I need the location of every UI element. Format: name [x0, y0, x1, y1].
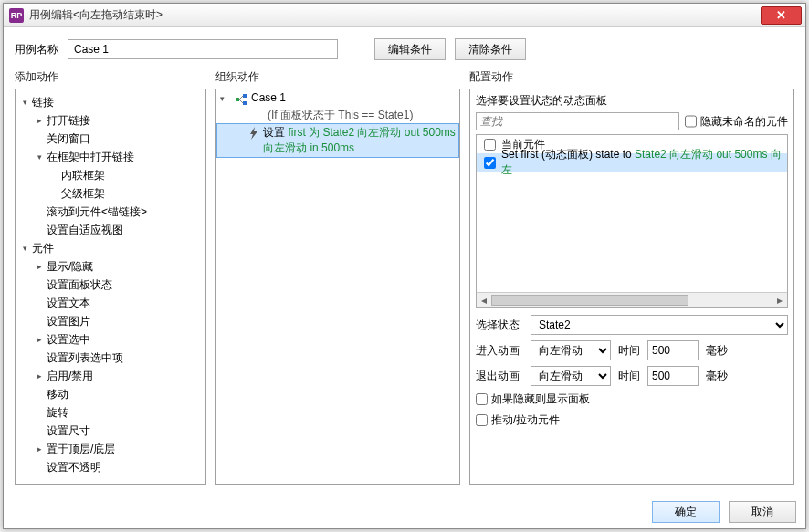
action-tree-item[interactable]: 设置图片: [16, 312, 205, 330]
clear-condition-button[interactable]: 清除条件: [455, 38, 526, 60]
tree-item-label: 打开链接: [47, 113, 90, 129]
action-tree-item[interactable]: 设置列表选中项: [16, 349, 205, 367]
hide-unnamed-checkbox-input[interactable]: [685, 112, 697, 130]
enter-time-label: 时间: [618, 343, 640, 359]
horizontal-scrollbar[interactable]: ◂ ▸: [477, 292, 787, 307]
scroll-thumb[interactable]: [491, 295, 688, 306]
tree-arrow-icon[interactable]: ▸: [34, 116, 45, 125]
tree-item-label: 启用/禁用: [47, 369, 93, 384]
action-tree-item[interactable]: 设置文本: [16, 294, 205, 312]
list-item[interactable]: Set first (动态面板) state to State2 向左滑动 ou…: [477, 153, 787, 172]
tree-item-label: 设置尺寸: [47, 423, 90, 439]
tree-item-label: 设置自适应视图: [47, 223, 123, 238]
action-tree-item[interactable]: 旋转: [16, 403, 205, 422]
panel-list[interactable]: 当前元件 Set first (动态面板) state to State2 向左…: [476, 134, 788, 308]
tree-arrow-icon[interactable]: ▸: [34, 335, 45, 344]
svg-rect-1: [243, 94, 247, 98]
scroll-left-icon[interactable]: ◂: [477, 294, 491, 307]
action-tree-panel[interactable]: ▾链接▸打开链接关闭窗口▾在框架中打开链接内联框架父级框架滚动到元件<锚链接>设…: [15, 89, 206, 485]
enter-time-input[interactable]: [647, 340, 699, 360]
tree-item-label: 内联框架: [61, 168, 105, 183]
case-name-row: 用例名称 编辑条件 清除条件: [15, 38, 794, 60]
action-tree-item[interactable]: ▸启用/禁用: [16, 367, 205, 385]
tree-item-label: 在框架中打开链接: [47, 150, 134, 165]
search-input[interactable]: [476, 112, 679, 130]
tree-arrow-icon[interactable]: ▾: [19, 244, 30, 253]
action-tree-item[interactable]: 内联框架: [16, 166, 205, 184]
action-tree-item[interactable]: 滚动到元件<锚链接>: [16, 203, 205, 221]
show-if-hidden-input[interactable]: [476, 393, 488, 405]
scroll-right-icon[interactable]: ▸: [772, 294, 787, 307]
action-tree-item[interactable]: ▾链接: [16, 93, 205, 111]
enter-unit-label: 毫秒: [706, 343, 728, 359]
action-tree-item[interactable]: 设置面板状态: [16, 276, 205, 294]
show-if-hidden-label: 如果隐藏则显示面板: [491, 391, 590, 407]
svg-line-3: [239, 96, 243, 99]
configure-subheader: 选择要设置状态的动态面板: [476, 93, 788, 109]
tree-arrow-icon[interactable]: ▸: [34, 262, 45, 271]
cancel-button[interactable]: 取消: [729, 501, 796, 523]
tree-item-label: 设置面板状态: [47, 277, 112, 293]
tree-arrow-icon[interactable]: ▸: [34, 444, 45, 454]
case-name-input[interactable]: [68, 39, 338, 59]
action-tree-item[interactable]: 父级框架: [16, 184, 205, 203]
show-if-hidden-checkbox[interactable]: 如果隐藏则显示面板: [476, 391, 788, 407]
svg-rect-0: [236, 98, 239, 101]
add-action-header: 添加动作: [15, 69, 206, 85]
action-tree-item[interactable]: 移动: [16, 385, 205, 403]
select-state-label: 选择状态: [476, 318, 523, 333]
tree-arrow-icon[interactable]: ▸: [34, 371, 45, 381]
action-node-label: 设置 first 为 State2 向左滑动 out 500ms 向左滑动 in…: [263, 125, 457, 156]
action-tree-item[interactable]: ▾元件: [16, 239, 205, 257]
organize-header: 组织动作: [215, 69, 460, 85]
configure-header: 配置动作: [469, 69, 794, 85]
tree-item-label: 设置列表选中项: [47, 350, 123, 366]
tree-item-label: 链接: [32, 95, 54, 110]
lightning-icon: [248, 127, 259, 142]
tree-arrow-icon[interactable]: ▾: [19, 98, 30, 107]
tree-item-label: 设置图片: [47, 314, 90, 329]
action-tree-item[interactable]: ▸设置选中: [16, 330, 205, 349]
action-node[interactable]: 设置 first 为 State2 向左滑动 out 500ms 向左滑动 in…: [216, 123, 459, 158]
action-tree-item[interactable]: ▸置于顶层/底层: [16, 440, 205, 458]
tree-item-label: 元件: [32, 241, 54, 256]
exit-unit-label: 毫秒: [706, 369, 728, 384]
window-title: 用例编辑<向左拖动结束时>: [29, 7, 163, 23]
hide-unnamed-checkbox[interactable]: 隐藏未命名的元件: [685, 112, 788, 130]
list-item-checkbox[interactable]: [484, 157, 496, 169]
svg-line-4: [239, 99, 243, 103]
exit-anim-dropdown[interactable]: 向左滑动: [531, 366, 611, 386]
action-tree-item[interactable]: ▸显示/隐藏: [16, 257, 205, 276]
edit-condition-button[interactable]: 编辑条件: [374, 38, 446, 60]
tree-item-label: 设置选中: [47, 332, 90, 348]
list-item-checkbox[interactable]: [484, 139, 496, 151]
case-node-label[interactable]: Case 1: [251, 91, 286, 104]
configure-panel: 选择要设置状态的动态面板 隐藏未命名的元件 当前元件: [469, 89, 794, 485]
select-state-dropdown[interactable]: State2: [531, 315, 788, 335]
push-pull-checkbox[interactable]: 推动/拉动元件: [476, 412, 788, 428]
title-bar: RP 用例编辑<向左拖动结束时> ✕: [4, 4, 805, 27]
case-icon: [235, 93, 247, 106]
enter-anim-dropdown[interactable]: 向左滑动: [531, 340, 611, 360]
tree-item-label: 滚动到元件<锚链接>: [47, 204, 147, 220]
collapse-icon[interactable]: ▾: [220, 94, 231, 103]
tree-arrow-icon[interactable]: ▾: [34, 152, 45, 162]
organize-panel[interactable]: ▾ Case 1 (If 面板状态于 This == State1): [215, 89, 460, 485]
svg-rect-2: [243, 101, 247, 105]
action-tree-item[interactable]: ▾在框架中打开链接: [16, 148, 205, 166]
action-tree-item[interactable]: 设置不透明: [16, 458, 205, 476]
dialog-footer: 确定 取消: [4, 495, 805, 528]
push-pull-input[interactable]: [476, 414, 488, 426]
exit-time-input[interactable]: [647, 366, 699, 386]
action-tree-item[interactable]: ▸打开链接: [16, 111, 205, 130]
close-button[interactable]: ✕: [761, 6, 802, 25]
dialog-window: RP 用例编辑<向左拖动结束时> ✕ 用例名称 编辑条件 清除条件 添加动作 ▾…: [3, 3, 806, 529]
case-condition-text: (If 面板状态于 This == State1): [268, 108, 459, 123]
case-name-label: 用例名称: [15, 42, 58, 57]
action-tree-item[interactable]: 关闭窗口: [16, 130, 205, 148]
tree-item-label: 设置不透明: [47, 460, 101, 475]
action-tree-item[interactable]: 设置自适应视图: [16, 221, 205, 239]
ok-button[interactable]: 确定: [652, 501, 720, 523]
action-tree-item[interactable]: 设置尺寸: [16, 422, 205, 440]
tree-item-label: 设置文本: [47, 296, 90, 311]
